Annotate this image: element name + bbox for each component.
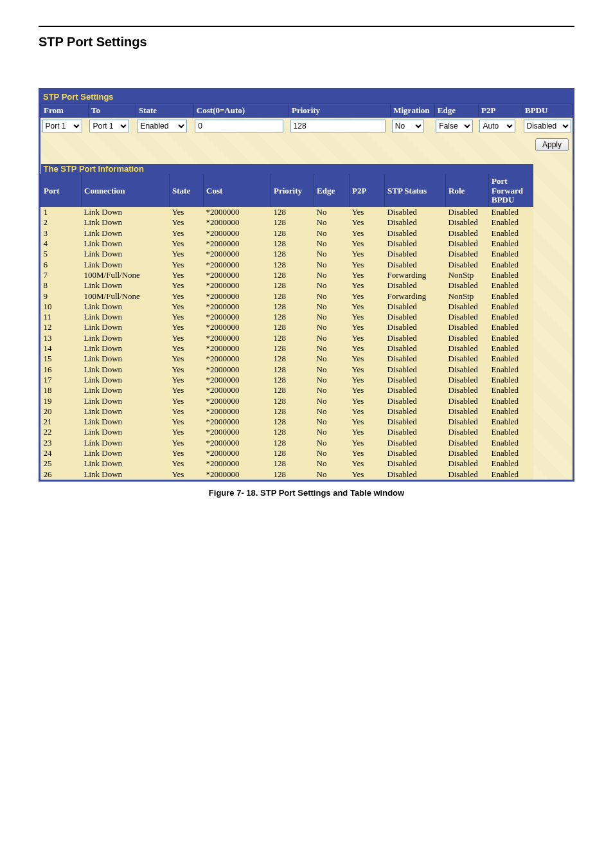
table-cell: 128 xyxy=(271,260,314,270)
table-cell: *2000000 xyxy=(204,217,271,228)
table-cell: Enabled xyxy=(489,217,533,228)
table-row: 19Link DownYes*2000000128NoYesDisabledDi… xyxy=(41,396,533,406)
table-cell: Disabled xyxy=(385,417,446,427)
table-cell: Yes xyxy=(170,469,204,480)
migration-select[interactable]: No xyxy=(392,120,424,132)
table-cell: Enabled xyxy=(489,385,533,395)
table-cell: Link Down xyxy=(82,354,170,364)
table-cell: Yes xyxy=(170,291,204,302)
table-cell: 20 xyxy=(41,406,82,417)
page-title: STP Port Settings xyxy=(39,35,574,50)
to-select[interactable]: Port 1 xyxy=(89,120,129,132)
table-cell: *2000000 xyxy=(204,312,271,322)
table-cell: 128 xyxy=(271,354,314,364)
table-cell: Disabled xyxy=(385,438,446,448)
table-cell: Link Down xyxy=(82,375,170,385)
table-cell: 128 xyxy=(271,375,314,385)
table-cell: *2000000 xyxy=(204,249,271,259)
table-cell: 17 xyxy=(41,375,82,385)
table-cell: Yes xyxy=(170,333,204,343)
table-cell: Link Down xyxy=(82,343,170,354)
table-cell: Disabled xyxy=(385,458,446,469)
priority-input[interactable] xyxy=(290,120,386,132)
table-cell: Disabled xyxy=(446,354,489,364)
edge-select[interactable]: False xyxy=(436,120,473,132)
table-cell: No xyxy=(314,322,350,332)
ihdr-role: Role xyxy=(446,174,489,207)
table-cell: Disabled xyxy=(446,249,489,259)
table-cell: Disabled xyxy=(385,302,446,312)
table-cell: Disabled xyxy=(385,333,446,343)
stp-settings-panel: STP Port Settings From To State Cost(0=A… xyxy=(39,88,574,482)
table-cell: Link Down xyxy=(82,417,170,427)
table-cell: Disabled xyxy=(446,333,489,343)
p2p-select[interactable]: Auto xyxy=(479,120,515,132)
table-row: 5Link DownYes*2000000128NoYesDisabledDis… xyxy=(41,249,533,259)
apply-button[interactable]: Apply xyxy=(535,138,569,151)
table-cell: Enabled xyxy=(489,280,533,291)
table-cell: 128 xyxy=(271,365,314,375)
table-cell: Link Down xyxy=(82,448,170,458)
ihdr-pfb: PortForwardBPDU xyxy=(489,174,533,207)
table-cell: 15 xyxy=(41,354,82,364)
table-cell: 128 xyxy=(271,427,314,437)
table-cell: No xyxy=(314,302,350,312)
table-cell: *2000000 xyxy=(204,365,271,375)
table-cell: Yes xyxy=(170,354,204,364)
hdr-from: From xyxy=(41,104,89,118)
table-cell: Enabled xyxy=(489,291,533,302)
table-cell: *2000000 xyxy=(204,406,271,417)
table-cell: 12 xyxy=(41,322,82,332)
table-cell: Disabled xyxy=(446,385,489,395)
cost-input[interactable] xyxy=(195,120,283,132)
table-cell: 5 xyxy=(41,249,82,259)
table-cell: No xyxy=(314,343,350,354)
table-cell: 22 xyxy=(41,427,82,437)
table-cell: 128 xyxy=(271,469,314,480)
table-row: 20Link DownYes*2000000128NoYesDisabledDi… xyxy=(41,406,533,417)
table-cell: Link Down xyxy=(82,458,170,469)
ihdr-cost: Cost xyxy=(204,174,271,207)
table-cell: 128 xyxy=(271,270,314,280)
table-cell: Disabled xyxy=(385,354,446,364)
table-cell: Link Down xyxy=(82,302,170,312)
table-cell: No xyxy=(314,385,350,395)
table-row: 26Link DownYes*2000000128NoYesDisabledDi… xyxy=(41,469,533,480)
table-cell: NonStp xyxy=(446,291,489,302)
table-cell: Enabled xyxy=(489,260,533,270)
table-row: 25Link DownYes*2000000128NoYesDisabledDi… xyxy=(41,458,533,469)
table-cell: Yes xyxy=(350,260,385,270)
table-cell: Disabled xyxy=(446,375,489,385)
table-cell: Disabled xyxy=(446,260,489,270)
table-cell: No xyxy=(314,291,350,302)
table-cell: No xyxy=(314,469,350,480)
bpdu-select[interactable]: Disabled xyxy=(524,120,571,132)
table-cell: Disabled xyxy=(446,458,489,469)
table-row: 23Link DownYes*2000000128NoYesDisabledDi… xyxy=(41,438,533,448)
table-cell: Yes xyxy=(170,322,204,332)
table-cell: Yes xyxy=(350,448,385,458)
table-cell: No xyxy=(314,438,350,448)
table-cell: No xyxy=(314,312,350,322)
table-cell: 128 xyxy=(271,302,314,312)
table-cell: 3 xyxy=(41,228,82,239)
state-select[interactable]: Enabled xyxy=(137,120,187,132)
table-cell: Link Down xyxy=(82,427,170,437)
table-cell: Disabled xyxy=(446,280,489,291)
table-cell: *2000000 xyxy=(204,343,271,354)
table-cell: *2000000 xyxy=(204,427,271,437)
table-row: 16Link DownYes*2000000128NoYesDisabledDi… xyxy=(41,365,533,375)
table-cell: Enabled xyxy=(489,365,533,375)
hdr-p2p: P2P xyxy=(478,104,522,118)
table-cell: Disabled xyxy=(385,239,446,249)
table-cell: 18 xyxy=(41,385,82,395)
table-cell: Disabled xyxy=(446,365,489,375)
table-cell: Link Down xyxy=(82,396,170,406)
table-cell: Link Down xyxy=(82,322,170,332)
table-cell: Disabled xyxy=(385,406,446,417)
table-cell: Yes xyxy=(170,406,204,417)
table-cell: Yes xyxy=(170,312,204,322)
table-cell: Yes xyxy=(350,207,385,217)
table-cell: Disabled xyxy=(446,448,489,458)
from-select[interactable]: Port 1 xyxy=(42,120,82,132)
